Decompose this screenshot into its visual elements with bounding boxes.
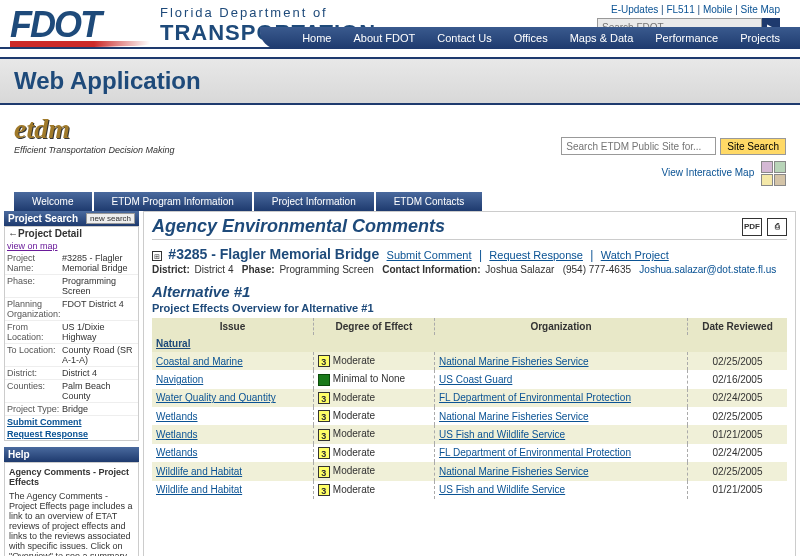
tab-project-info[interactable]: Project Information [254,192,374,211]
degree-badge: 3 [318,447,330,459]
main-page-title: Agency Environmental Comments [152,216,445,237]
map-icon[interactable] [761,161,786,186]
degree-badge: 3 [318,466,330,478]
help-title: Agency Comments - Project Effects [9,467,134,487]
project-detail-header: ←Project Detail [5,227,138,240]
org-link[interactable]: FL Department of Environmental Protectio… [439,392,631,403]
tab-program-info[interactable]: ETDM Program Information [94,192,252,211]
table-row: Wildlife and Habitat3ModerateUS Fish and… [152,481,787,499]
table-row: Wetlands3ModerateNational Marine Fisheri… [152,407,787,425]
alternative-subtitle: Project Effects Overview for Alternative… [152,302,787,314]
pdf-icon[interactable]: PDF [742,218,762,236]
sidebar-row: Counties:Palm Beach County [5,380,138,403]
watch-project-link[interactable]: Watch Project [601,249,669,261]
project-header-line: ⊞ #3285 - Flagler Memorial Bridge Submit… [152,246,787,262]
view-interactive-map-link[interactable]: View Interactive Map [662,167,755,178]
degree-badge: 3 [318,355,330,367]
contact-email-link[interactable]: Joshua.salazar@dot.state.fl.us [639,264,776,275]
etdm-bar: etdm Efficient Transportation Decision M… [0,105,800,159]
sidebar-row: District:District 4 [5,367,138,380]
sidebar-row: Project Type:Bridge [5,403,138,416]
sidebar-submit-comment-link[interactable]: Submit Comment [5,416,138,428]
org-link[interactable]: National Marine Fisheries Service [439,466,589,477]
effects-table: Issue Degree of Effect Organization Date… [152,318,787,499]
issue-link[interactable]: Water Quality and Quantity [156,392,276,403]
tab-welcome[interactable]: Welcome [14,192,92,211]
table-row: Wetlands3ModerateUS Fish and Wildlife Se… [152,425,787,443]
view-on-map-link[interactable]: view on map [5,240,138,252]
org-link[interactable]: US Coast Guard [439,374,512,385]
sidebar-row: From Location:US 1/Dixie Highway [5,321,138,344]
org-link[interactable]: FL Department of Environmental Protectio… [439,447,631,458]
request-response-link[interactable]: Request Response [489,249,583,261]
new-search-button[interactable]: new search [86,213,135,224]
sidebar-request-response-link[interactable]: Request Response [5,428,138,440]
etdm-subtitle: Efficient Transportation Decision Making [14,145,174,155]
degree-badge: 3 [318,392,330,404]
etdm-logo: etdm [14,113,174,145]
sidebar-row: Phase:Programming Screen [5,275,138,298]
table-row: Wildlife and Habitat3ModerateNational Ma… [152,462,787,480]
degree-badge: 3 [318,410,330,422]
degree-badge: 3 [318,429,330,441]
expand-icon[interactable]: ⊞ [152,251,162,261]
col-issue: Issue [152,318,313,335]
fdot-logo: FDOT [10,4,150,47]
etdm-logo-block: etdm Efficient Transportation Decision M… [14,113,174,155]
org-link[interactable]: US Fish and Wildlife Service [439,484,565,495]
org-link[interactable]: National Marine Fisheries Service [439,411,589,422]
nav-projects[interactable]: Projects [740,32,780,44]
section-natural: Natural [152,335,787,352]
utility-links: E-Updates | FL511 | Mobile | Site Map [597,4,780,15]
print-icon[interactable]: ⎙ [767,218,787,236]
issue-link[interactable]: Wetlands [156,447,198,458]
col-date: Date Reviewed [687,318,787,335]
issue-link[interactable]: Coastal and Marine [156,356,243,367]
main-panel: Agency Environmental Comments PDF ⎙ ⊞ #3… [143,211,796,556]
nav-maps[interactable]: Maps & Data [570,32,634,44]
project-search-header: Project Search new search [4,211,139,226]
org-link[interactable]: National Marine Fisheries Service [439,356,589,367]
project-detail-panel: ←Project Detail view on map Project Name… [4,226,139,441]
issue-link[interactable]: Navigation [156,374,203,385]
tab-bar: Welcome ETDM Program Information Project… [0,192,800,211]
etdm-search-input[interactable] [561,137,716,155]
issue-link[interactable]: Wildlife and Habitat [156,466,242,477]
site-search-button[interactable]: Site Search [720,138,786,155]
table-row: Wetlands3ModerateFL Department of Enviro… [152,444,787,462]
submit-comment-link[interactable]: Submit Comment [387,249,472,261]
sidebar-row: Project Name:#3285 - Flagler Memorial Br… [5,252,138,275]
util-fl511[interactable]: FL511 [666,4,694,15]
tab-contacts[interactable]: ETDM Contacts [376,192,483,211]
sidebar: Project Search new search ←Project Detai… [4,211,139,556]
app-banner: Web Application [0,57,800,105]
nav-performance[interactable]: Performance [655,32,718,44]
degree-badge: 3 [318,484,330,496]
table-row: Coastal and Marine3ModerateNational Mari… [152,352,787,370]
col-org: Organization [435,318,688,335]
map-link-row: View Interactive Map [0,159,800,192]
help-panel: Agency Comments - Project Effects The Ag… [4,462,139,556]
nav-offices[interactable]: Offices [514,32,548,44]
degree-badge [318,374,330,386]
util-mobile[interactable]: Mobile [703,4,732,15]
issue-link[interactable]: Wetlands [156,411,198,422]
nav-home[interactable]: Home [302,32,331,44]
etdm-search: Site Search [561,137,786,155]
table-row: Water Quality and Quantity3ModerateFL De… [152,389,787,407]
table-row: NavigationMinimal to NoneUS Coast Guard0… [152,370,787,388]
main-nav: Home About FDOT Contact Us Offices Maps … [260,27,800,49]
nav-about[interactable]: About FDOT [353,32,415,44]
util-sitemap[interactable]: Site Map [741,4,780,15]
org-link[interactable]: US Fish and Wildlife Service [439,429,565,440]
content-area: Project Search new search ←Project Detai… [0,211,800,556]
nav-contact[interactable]: Contact Us [437,32,491,44]
col-degree: Degree of Effect [313,318,434,335]
project-id-title: #3285 - Flagler Memorial Bridge [168,246,379,262]
issue-link[interactable]: Wildlife and Habitat [156,484,242,495]
util-eupdates[interactable]: E-Updates [611,4,658,15]
help-text: The Agency Comments - Project Effects pa… [9,491,134,556]
issue-link[interactable]: Wetlands [156,429,198,440]
help-header: Help [4,447,139,462]
alternative-title: Alternative #1 [152,283,787,300]
